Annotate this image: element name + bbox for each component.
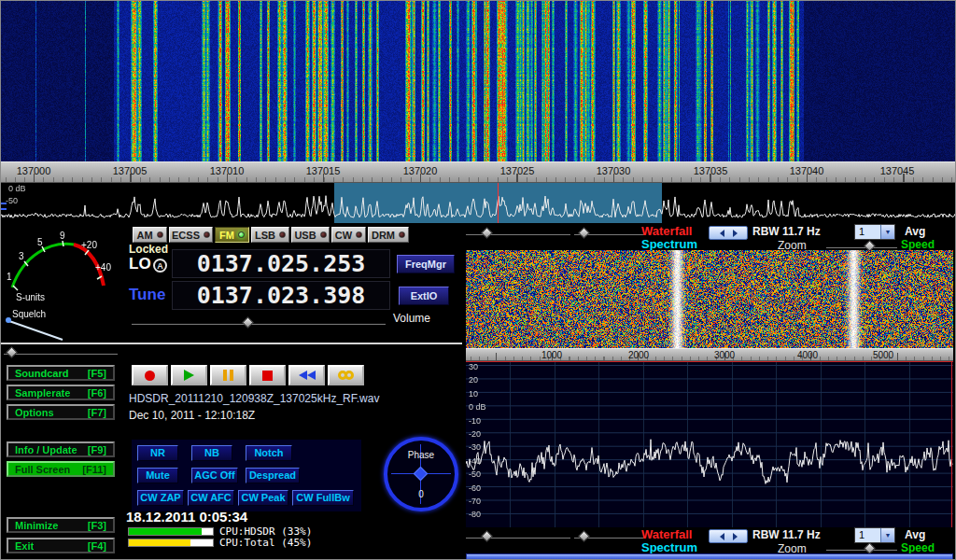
phase-label: Phase — [384, 450, 458, 460]
dropdown-arrow-icon[interactable]: ▼ — [880, 225, 894, 239]
main-spectrum[interactable] — [1, 183, 956, 223]
mode-ecss-button[interactable]: ECSS — [169, 227, 213, 243]
smeter-squelch-label: Squelch — [12, 309, 46, 319]
slider-track — [4, 352, 118, 355]
stop-button[interactable] — [249, 365, 286, 385]
lock-a-badge[interactable]: A — [153, 259, 167, 273]
mode-am-button[interactable]: AM — [133, 227, 167, 243]
smeter-tick-label: 5 — [37, 237, 43, 247]
mode-lsb-button[interactable]: LSB — [251, 227, 289, 243]
rf-spectrum-label[interactable]: Spectrum — [641, 237, 697, 251]
smeter-tick-label: +40 — [95, 262, 111, 273]
af-waterfall-label[interactable]: Waterfall — [641, 527, 692, 541]
af-spectrum-label[interactable]: Spectrum — [641, 540, 697, 554]
mode-fm-button[interactable]: FM — [215, 227, 249, 243]
mode-label: AM — [136, 230, 152, 241]
cw-led-icon — [356, 231, 362, 238]
freq-label: 137030 — [597, 165, 631, 176]
nav-exit-button[interactable]: Exit[F4] — [7, 538, 115, 553]
nr-button[interactable]: NR — [137, 445, 178, 461]
nav-key: [F9] — [88, 444, 106, 455]
extio-button[interactable]: ExtIO — [399, 287, 449, 305]
af-brightness-slider[interactable] — [466, 530, 570, 542]
nav-info-update-button[interactable]: Info / Update[F9] — [7, 441, 115, 457]
nav-key: [F4] — [88, 540, 106, 552]
rf-speed-label: Speed — [901, 238, 935, 251]
nav-samplerate-button[interactable]: Samplerate[F6] — [7, 385, 115, 400]
right-arrow-icon[interactable] — [733, 230, 738, 237]
lo-label: LO — [129, 255, 151, 273]
slider-thumb[interactable] — [242, 316, 254, 329]
tune-label: Tune — [129, 286, 165, 304]
play-button[interactable] — [171, 365, 207, 385]
mode-cw-button[interactable]: CW — [331, 227, 366, 243]
tune-frequency-display[interactable]: 0137.023.398 — [172, 281, 390, 310]
pause-button[interactable] — [210, 365, 246, 385]
rewind-icon — [299, 371, 316, 380]
notch-button[interactable]: Notch — [246, 445, 292, 461]
mode-usb-button[interactable]: USB — [291, 227, 330, 243]
af-contrast-slider[interactable] — [574, 530, 645, 542]
record-button[interactable] — [132, 365, 168, 385]
freq-label: 137035 — [694, 165, 728, 176]
cw-zap-button[interactable]: CW ZAP — [137, 490, 184, 506]
rf-brightness-slider[interactable] — [466, 227, 570, 239]
freqmgr-button[interactable]: FreqMgr — [397, 255, 455, 273]
nav-options-button[interactable]: Options[F7] — [7, 404, 115, 420]
db-label: -10 — [469, 416, 481, 426]
nav-minimize-button[interactable]: Minimize[F3] — [7, 517, 115, 533]
main-waterfall[interactable] — [1, 1, 956, 161]
nb-button[interactable]: NB — [191, 445, 232, 461]
cw-peak-button[interactable]: CW Peak — [238, 490, 288, 506]
lsb-led-icon — [279, 231, 286, 238]
aux-frequency-scale[interactable]: 1000 2000 3000 4000 5000 — [466, 348, 953, 361]
left-arrow-icon[interactable] — [720, 533, 724, 540]
left-arrow-icon[interactable] — [720, 230, 724, 237]
mute-button[interactable]: Mute — [137, 468, 178, 483]
rewind-button[interactable] — [288, 365, 325, 385]
loop-button[interactable] — [328, 365, 364, 385]
cw-fullbw-button[interactable]: CW FullBw — [292, 490, 354, 506]
rf-contrast-slider[interactable] — [574, 227, 645, 239]
play-icon — [184, 370, 194, 381]
db-label: -80 — [469, 510, 481, 519]
smeter-tick-label: 3 — [19, 251, 24, 261]
af-avg-select[interactable]: 1 ▼ — [854, 527, 895, 543]
af-zoom-bar[interactable] — [466, 553, 953, 560]
nav-soundcard-button[interactable]: Soundcard[F5] — [7, 365, 115, 381]
nav-key: [F5] — [88, 368, 106, 379]
db-label: 0 dB — [469, 402, 486, 412]
rf-pan-arrows[interactable] — [709, 226, 748, 240]
slider-thumb[interactable] — [864, 542, 876, 554]
freq-label: 3000 — [714, 350, 735, 360]
nav-fullscreen-button[interactable]: Full Screen[F11] — [7, 461, 115, 477]
af-avg-label: Avg — [905, 528, 925, 541]
rf-waterfall-label[interactable]: Waterfall — [641, 224, 692, 238]
squelch-slider[interactable] — [4, 346, 118, 358]
cw-afc-button[interactable]: CW AFC — [188, 490, 234, 506]
phase-indicator[interactable]: Phase 0 — [384, 437, 458, 511]
despread-button[interactable]: Despread — [246, 468, 300, 483]
lo-frequency-display[interactable]: 0137.025.253 — [172, 249, 390, 278]
slider-thumb[interactable] — [481, 530, 493, 542]
agc-button[interactable]: AGC Off — [191, 468, 238, 483]
af-pan-arrows[interactable] — [709, 529, 748, 543]
right-arrow-icon[interactable] — [733, 533, 738, 540]
slider-thumb[interactable] — [6, 346, 18, 358]
volume-slider[interactable] — [132, 316, 386, 329]
freq-label: 2000 — [628, 350, 649, 360]
dropdown-arrow-icon[interactable]: ▼ — [880, 528, 894, 542]
nav-key: [F7] — [88, 407, 106, 418]
aux-spectrum[interactable] — [466, 361, 953, 527]
main-frequency-scale[interactable]: 137000 137005 137010 137015 137020 13702… — [1, 161, 956, 183]
aux-waterfall[interactable] — [466, 250, 953, 348]
slider-thumb[interactable] — [481, 227, 493, 239]
mode-drm-button[interactable]: DRM — [368, 227, 409, 243]
loop-icon — [338, 371, 354, 380]
nav-label: Soundcard — [15, 368, 68, 379]
mode-label: USB — [294, 230, 316, 241]
slider-thumb[interactable] — [578, 227, 590, 239]
freq-label: 137045 — [880, 165, 915, 176]
rf-avg-select[interactable]: 1 ▼ — [854, 224, 895, 240]
slider-thumb[interactable] — [578, 530, 590, 542]
